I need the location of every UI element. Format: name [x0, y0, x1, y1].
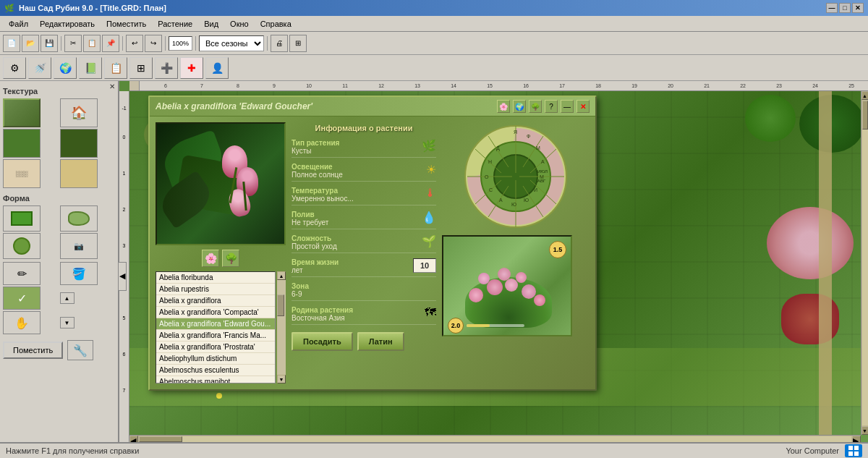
- dialog-flower-btn[interactable]: 🌸: [497, 100, 510, 113]
- season-select[interactable]: Все сезоны: [199, 35, 264, 51]
- tb2-grid[interactable]: ⊞: [129, 57, 153, 79]
- tb2-globe[interactable]: 🌍: [54, 57, 77, 79]
- lifetime-label: Время жизни: [292, 258, 409, 266]
- list-item-8[interactable]: Abelmoschus esculentus: [156, 365, 275, 376]
- ruler-v-0: 0: [123, 135, 126, 140]
- list-item-7[interactable]: Abeliophyllum distichum: [156, 353, 275, 365]
- paste-button[interactable]: 📌: [102, 35, 119, 52]
- list-scrollbar: ▲ ▼: [277, 271, 286, 383]
- dialog-tree-btn[interactable]: 🌳: [529, 100, 542, 113]
- tool-extra[interactable]: 🔧: [67, 340, 93, 360]
- status-right: Your Computer: [786, 444, 862, 457]
- tool-pan[interactable]: ✋: [3, 311, 41, 334]
- list-scroll-down[interactable]: ▼: [277, 375, 286, 383]
- tb2-plus[interactable]: ➕: [155, 57, 178, 79]
- bush-flower-8: [516, 272, 527, 283]
- tb2-person[interactable]: 👤: [205, 57, 229, 79]
- list-item-6[interactable]: Abelia x grandiflora 'Prostrata': [156, 342, 275, 353]
- shape-camera[interactable]: 📷: [60, 233, 98, 259]
- h-scroll-track[interactable]: [139, 436, 851, 442]
- texture-grass[interactable]: [3, 98, 41, 127]
- plant-icon-flower[interactable]: 🌸: [202, 250, 219, 267]
- v-scroll-thumb[interactable]: [862, 101, 868, 130]
- panel-collapse-btn[interactable]: ◀: [118, 262, 127, 291]
- list-item-2[interactable]: Abelia x grandiflora: [156, 295, 275, 307]
- h-scroll-left[interactable]: ◀: [129, 436, 138, 443]
- plant-button[interactable]: Посадить: [292, 332, 353, 351]
- dialog-help-btn[interactable]: ?: [545, 100, 558, 113]
- menu-help[interactable]: Справка: [255, 18, 297, 30]
- close-button[interactable]: ✕: [852, 3, 864, 13]
- size-indicator: 2.0: [448, 318, 524, 334]
- plant-icon-tree[interactable]: 🌳: [222, 250, 239, 267]
- texture-house[interactable]: 🏠: [60, 98, 98, 127]
- dialog-globe-btn[interactable]: 🌍: [513, 100, 526, 113]
- menu-view[interactable]: Вид: [198, 18, 224, 30]
- h-scrollbar[interactable]: ◀ ▶: [129, 435, 861, 442]
- v-scroll-down[interactable]: ▼: [861, 426, 869, 435]
- texture-dark[interactable]: [60, 129, 98, 158]
- menu-place[interactable]: Поместить: [101, 18, 152, 30]
- menu-edit[interactable]: Редактировать: [34, 18, 101, 30]
- tree-top-right-2: [745, 95, 796, 142]
- list-scroll-up[interactable]: ▲: [277, 271, 286, 280]
- tb2-list[interactable]: 📋: [104, 57, 127, 79]
- minimize-button[interactable]: —: [826, 3, 838, 13]
- place-button[interactable]: Поместить: [3, 342, 63, 359]
- list-item-4[interactable]: Abelia x grandiflora 'Edward Gou...: [156, 318, 275, 330]
- scroll-down-arrow[interactable]: ▼: [60, 317, 75, 328]
- maximize-button[interactable]: □: [839, 3, 851, 13]
- ruler-mark-18: 18: [566, 83, 603, 88]
- size-slider[interactable]: [467, 324, 524, 327]
- list-item-3[interactable]: Abelia x grandiflora 'Compacta': [156, 307, 275, 318]
- menu-window[interactable]: Окно: [224, 18, 255, 30]
- shape-circle[interactable]: [3, 233, 41, 259]
- tool-pencil[interactable]: ✏: [3, 262, 41, 285]
- tb2-medical[interactable]: ✚: [180, 57, 203, 79]
- list-item-5[interactable]: Abelia x grandiflora 'Francis Ma...: [156, 330, 275, 342]
- scroll-up-arrow[interactable]: ▲: [60, 292, 75, 304]
- open-button[interactable]: 📂: [22, 35, 39, 52]
- cut-button[interactable]: ✂: [64, 35, 82, 52]
- print-button[interactable]: 🖨: [271, 35, 288, 52]
- v-scrollbar[interactable]: ▲ ▼: [861, 91, 868, 435]
- save-button[interactable]: 💾: [41, 35, 58, 52]
- list-scroll-thumb[interactable]: [277, 294, 284, 316]
- texture-green[interactable]: [3, 129, 41, 158]
- h-scroll-thumb[interactable]: [139, 436, 182, 442]
- tb2-book[interactable]: 📗: [79, 57, 102, 79]
- list-item-0[interactable]: Abelia floribunda: [156, 272, 275, 284]
- zoom-level: 100%: [169, 36, 192, 51]
- ruler-mark-9: 9: [241, 83, 277, 88]
- tb2-settings[interactable]: ⚙: [3, 57, 26, 79]
- tb2-water[interactable]: 🚿: [28, 57, 51, 79]
- tool-fill[interactable]: 🪣: [60, 262, 98, 285]
- shape-irregular[interactable]: [60, 205, 98, 232]
- redo-button[interactable]: ↪: [145, 35, 162, 52]
- undo-button[interactable]: ↩: [126, 35, 143, 52]
- list-item-1[interactable]: Abelia rupestris: [156, 284, 275, 295]
- title-bar: 🌿 Наш Сад Рубин 9.0 - [Title.GRD: План] …: [0, 0, 868, 16]
- dialog-minimize-btn[interactable]: —: [561, 100, 574, 113]
- dialog-close-btn[interactable]: ✕: [576, 100, 590, 113]
- menu-file[interactable]: Файл: [3, 18, 34, 30]
- shape-rectangle[interactable]: [3, 205, 41, 232]
- plant-list[interactable]: Abelia floribunda Abelia rupestris Abeli…: [156, 271, 276, 383]
- v-scroll-track[interactable]: [862, 101, 868, 425]
- info-temp: Температура Умеренно вынос... 🌡: [292, 185, 436, 205]
- left-panel-close[interactable]: ✕: [109, 82, 115, 90]
- garden-canvas[interactable]: 6 7 8 9 10 11 12 13 14 15 16 17 18 19 20…: [119, 81, 868, 442]
- copy-button[interactable]: 📋: [83, 35, 101, 52]
- new-button[interactable]: 📄: [3, 35, 20, 52]
- texture-fence[interactable]: [60, 159, 98, 188]
- grid-button[interactable]: ⊞: [289, 35, 307, 52]
- v-scroll-up[interactable]: ▲: [861, 91, 869, 100]
- menu-plant[interactable]: Растение: [152, 18, 198, 30]
- list-scroll-track[interactable]: [277, 280, 286, 375]
- tool-checkmark[interactable]: ✓: [3, 287, 41, 310]
- tools-grid: ✏ 🪣 ✓ ▲ ✋ ▼: [3, 262, 115, 334]
- list-item-9[interactable]: Abelmoschus manihot: [156, 376, 275, 383]
- texture-grid2[interactable]: ░░░: [3, 159, 41, 188]
- h-scroll-right[interactable]: ▶: [852, 436, 861, 443]
- latin-button[interactable]: Латин: [357, 332, 404, 351]
